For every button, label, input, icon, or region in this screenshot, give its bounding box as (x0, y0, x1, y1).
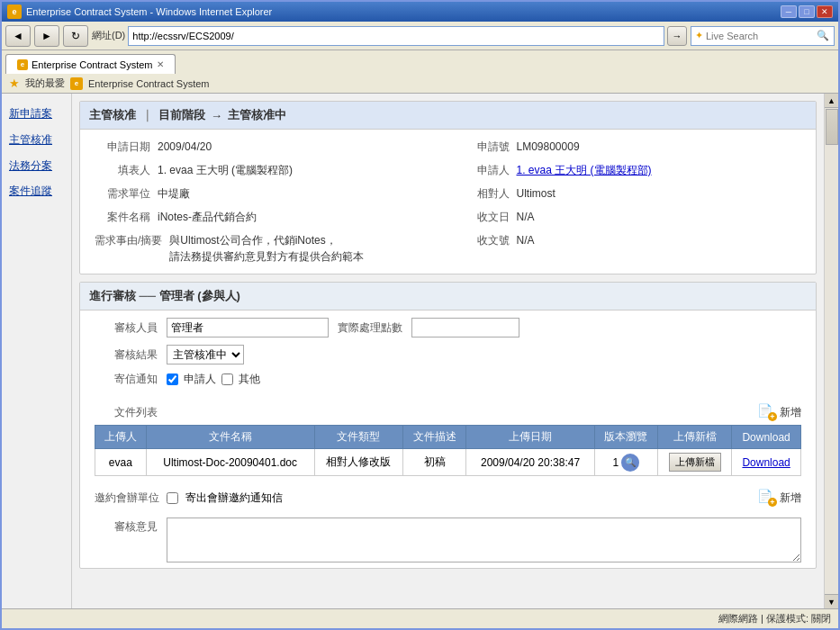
cell-version: 1 🔍 (594, 449, 658, 476)
window-title: Enterprise Contract System - Windows Int… (26, 6, 272, 17)
score-label: 實際處理點數 (338, 320, 402, 336)
arrow-icon: → (211, 109, 222, 122)
scroll-up-button[interactable]: ▲ (825, 94, 839, 108)
case-name-label: 案件名稱 (95, 209, 158, 225)
browser-content: 新申請案 主管核准 法務分案 案件追蹤 主管核准 ｜ 目前階段 → 主管核准中 (2, 94, 838, 608)
address-label: 網址(D) (92, 29, 125, 42)
col-uploader: 上傳人 (95, 426, 147, 449)
scroll-track (825, 108, 838, 594)
back-button[interactable]: ◄ (5, 25, 31, 47)
case-name-cell: 案件名稱 iNotes-產品代銷合約 (89, 205, 448, 229)
doc-add-button[interactable]: 📄 + 新增 (757, 403, 801, 421)
audit-result-select[interactable]: 主管核准中 核准 退回 (167, 345, 244, 364)
cell-upload-date: 2009/04/20 20:38:47 (466, 449, 594, 476)
receive-num-cell: 收文號 N/A (448, 229, 808, 268)
apply-num-cell: 申請號 LM09800009 (448, 135, 808, 158)
title-bar-buttons: ─ □ ✕ (781, 5, 833, 18)
download-link[interactable]: Download (742, 456, 790, 469)
live-search-area: ✦ 🔍 (691, 26, 835, 46)
maximize-button[interactable]: □ (799, 5, 815, 18)
forward-button[interactable]: ► (34, 25, 59, 47)
apply-num-value: LM09800009 (517, 139, 580, 155)
sidebar-item-supervisor-approval[interactable]: 主管核准 (2, 127, 71, 153)
version-view-icon[interactable]: 🔍 (621, 454, 639, 472)
audit-person-row: 審核人員 實際處理點數 (95, 318, 801, 338)
invite-add-button[interactable]: 📄 + 新增 (757, 489, 801, 507)
applicant-label: 申請人 (454, 162, 517, 178)
sidebar: 新申請案 主管核准 法務分案 案件追蹤 (2, 94, 72, 608)
case-name-value: iNotes-產品代銷合約 (158, 209, 257, 225)
title-bar: e Enterprise Contract System - Windows I… (2, 2, 838, 22)
col-description: 文件描述 (402, 426, 466, 449)
invite-checkbox[interactable] (167, 492, 178, 504)
counterpart-value: Ultimost (517, 185, 555, 202)
audit-form: 審核人員 實際處理點數 審核結果 主管核准中 核准 退回 (80, 310, 816, 394)
stage-value: 主管核准中 (228, 107, 286, 123)
sidebar-item-new-application[interactable]: 新申請案 (2, 101, 71, 127)
scroll-thumb[interactable] (826, 109, 838, 145)
scroll-down-button[interactable]: ▼ (825, 594, 839, 608)
filler-value: 1. evaa 王大明 (電腦製程部) (158, 162, 293, 178)
section2-title: 進行審核 ── 管理者 (參與人) (89, 289, 240, 302)
filler-cell: 填表人 1. evaa 王大明 (電腦製程部) (89, 158, 448, 182)
document-section: 文件列表 📄 + 新增 (80, 394, 816, 483)
sidebar-item-case-tracking[interactable]: 案件追蹤 (2, 178, 71, 204)
address-bar-area: 網址(D) → (92, 26, 687, 46)
apply-date-label: 申請日期 (95, 139, 158, 155)
applicant-value[interactable]: 1. evaa 王大明 (電腦製程部) (517, 162, 652, 178)
notify-other-label: 其他 (239, 372, 260, 387)
cell-filename: Ultimost-Doc-20090401.doc (146, 449, 314, 476)
section1-title: 主管核准 (89, 107, 136, 123)
favorites-bar: ★ 我的最愛 e Enterprise Contract System (2, 74, 838, 94)
comment-label: 審核意見 (95, 518, 158, 535)
search-input[interactable] (706, 31, 814, 41)
invite-label: 邀約會辦單位 (95, 490, 159, 506)
col-download: Download (732, 426, 801, 449)
favorites-label[interactable]: 我的最愛 (25, 76, 65, 90)
tab-ecs[interactable]: e Enterprise Contract System ✕ (5, 54, 176, 74)
status-bar: 網際網路 | 保護模式: 關閉 (2, 608, 838, 628)
version-number: 1 (612, 455, 619, 468)
doc-table-row: evaa Ultimost-Doc-20090401.doc 相對人修改版 初稿… (95, 449, 801, 476)
minimize-button[interactable]: ─ (781, 5, 797, 18)
audit-person-input[interactable] (167, 318, 329, 338)
live-search-icon: ✦ (695, 30, 703, 41)
cell-filetype: 相對人修改版 (314, 449, 402, 476)
score-input[interactable] (411, 318, 519, 338)
comment-textarea[interactable] (167, 518, 801, 562)
search-button[interactable]: 🔍 (817, 30, 829, 41)
sidebar-item-legal-assignment[interactable]: 法務分案 (2, 153, 71, 179)
col-upload-date: 上傳日期 (466, 426, 594, 449)
cell-upload-new: 上傳新檔 (658, 449, 732, 476)
browser-window: e Enterprise Contract System - Windows I… (0, 0, 840, 630)
notify-applicant-checkbox[interactable] (167, 374, 178, 385)
dept-value: 中堤廠 (158, 185, 190, 202)
apply-date-cell: 申請日期 2009/04/20 (89, 135, 448, 158)
page-layout: 新申請案 主管核准 法務分案 案件追蹤 主管核准 ｜ 目前階段 → 主管核准中 (2, 94, 838, 608)
upload-new-button[interactable]: 上傳新檔 (669, 453, 721, 472)
go-button[interactable]: → (667, 26, 687, 46)
content-area: 主管核准 ｜ 目前階段 → 主管核准中 申請日期 2009/04/20 (72, 94, 824, 608)
audit-result-label: 審核結果 (95, 347, 158, 363)
counterpart-cell: 相對人 Ultimost (448, 182, 808, 205)
receive-date-cell: 收文日 N/A (448, 205, 808, 229)
receive-date-value: N/A (517, 209, 535, 225)
reason-cell: 需求事由/摘要 與Ultimost公司合作，代銷iNotes， 請法務提供審約意… (89, 229, 448, 268)
col-filetype: 文件類型 (314, 426, 402, 449)
doc-list-label: 文件列表 (95, 405, 158, 420)
status-right: 網際網路 | 保護模式: 關閉 (718, 612, 831, 626)
doc-add-icon: 📄 + (757, 403, 777, 421)
tab-close-icon[interactable]: ✕ (157, 59, 164, 69)
applicant-cell: 申請人 1. evaa 王大明 (電腦製程部) (448, 158, 808, 182)
invite-checkbox-label: 寄出會辦邀約通知信 (185, 490, 283, 506)
dept-cell: 需求單位 中堤廠 (89, 182, 448, 205)
toolbar: ◄ ► ↻ 網址(D) → ✦ 🔍 (2, 22, 838, 50)
section1-header: 主管核准 ｜ 目前階段 → 主管核准中 (80, 102, 816, 130)
fav-ecs-link[interactable]: Enterprise Contract System (88, 78, 210, 89)
col-filename: 文件名稱 (146, 426, 314, 449)
notify-checkboxes: 申請人 其他 (167, 372, 260, 387)
close-button[interactable]: ✕ (817, 5, 833, 18)
notify-other-checkbox[interactable] (221, 374, 233, 385)
refresh-button[interactable]: ↻ (63, 25, 88, 47)
address-input[interactable] (128, 26, 664, 46)
